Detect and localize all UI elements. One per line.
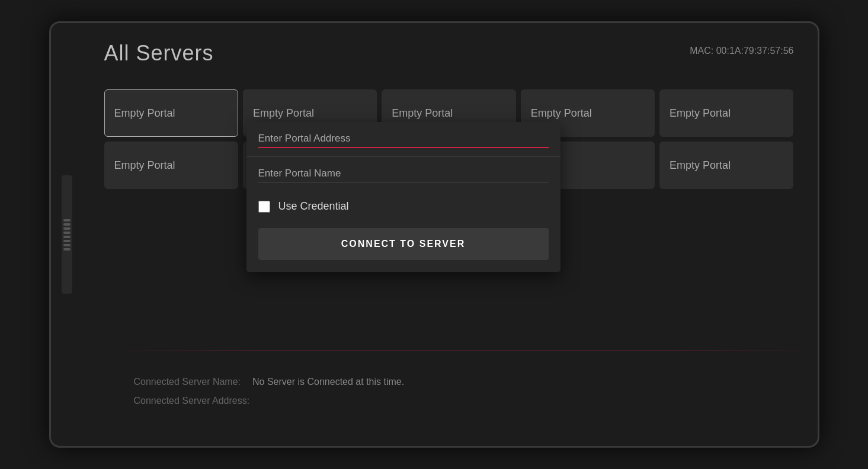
connect-button[interactable]: CONNECT TO SERVER: [258, 228, 549, 260]
portal-label: Empty Portal: [670, 159, 731, 172]
scroll-notch: [63, 219, 71, 221]
portal-label: Empty Portal: [392, 107, 453, 120]
scroll-notch: [63, 244, 71, 246]
server-name-row: Connected Server Name: No Server is Conn…: [134, 372, 405, 391]
portal-label: Empty Portal: [253, 107, 314, 120]
server-name-label: Connected Server Name:: [134, 372, 241, 391]
portal-label: Empty Portal: [114, 107, 175, 120]
credential-row: Use Credential: [246, 191, 560, 222]
credential-label: Use Credential: [278, 200, 349, 213]
portal-name-input[interactable]: [258, 165, 549, 182]
device-frame: All Servers MAC: 00:1A:79:37:57:56 Empty…: [49, 21, 819, 448]
portal-address-field: [246, 122, 560, 157]
server-name-value: No Server is Connected at this time.: [252, 372, 404, 391]
portal-card-2-5[interactable]: Empty Portal: [659, 142, 793, 189]
main-content: All Servers MAC: 00:1A:79:37:57:56 Empty…: [81, 23, 818, 446]
portal-label: Empty Portal: [531, 107, 592, 120]
divider-line: [110, 351, 818, 351]
header: All Servers MAC: 00:1A:79:37:57:56: [104, 41, 794, 66]
portal-address-input[interactable]: [258, 130, 549, 148]
portal-dialog: Use Credential CONNECT TO SERVER: [246, 122, 560, 272]
page-title: All Servers: [104, 41, 214, 66]
portal-card-1-5[interactable]: Empty Portal: [659, 89, 793, 137]
mac-address: MAC: 00:1A:79:37:57:56: [690, 46, 793, 56]
scroll-notch: [63, 232, 71, 234]
scroll-notch: [63, 236, 71, 238]
portal-card-2-1[interactable]: Empty Portal: [104, 142, 238, 189]
server-address-label: Connected Server Address:: [134, 391, 250, 410]
portal-card-1-1[interactable]: Empty Portal: [104, 89, 238, 137]
server-address-row: Connected Server Address:: [134, 391, 405, 410]
use-credential-checkbox[interactable]: [258, 201, 270, 213]
portal-name-field: [246, 157, 560, 191]
scroll-notch: [63, 227, 71, 230]
left-scrollbar: [62, 175, 72, 294]
status-section: Connected Server Name: No Server is Conn…: [134, 372, 405, 410]
portal-label: Empty Portal: [670, 107, 731, 120]
scroll-notch: [63, 240, 71, 242]
scroll-notch: [63, 223, 71, 226]
scroll-notch: [63, 248, 71, 250]
portal-label: Empty Portal: [114, 159, 175, 172]
portals-section: Empty Portal Empty Portal Empty Portal E…: [104, 89, 794, 189]
